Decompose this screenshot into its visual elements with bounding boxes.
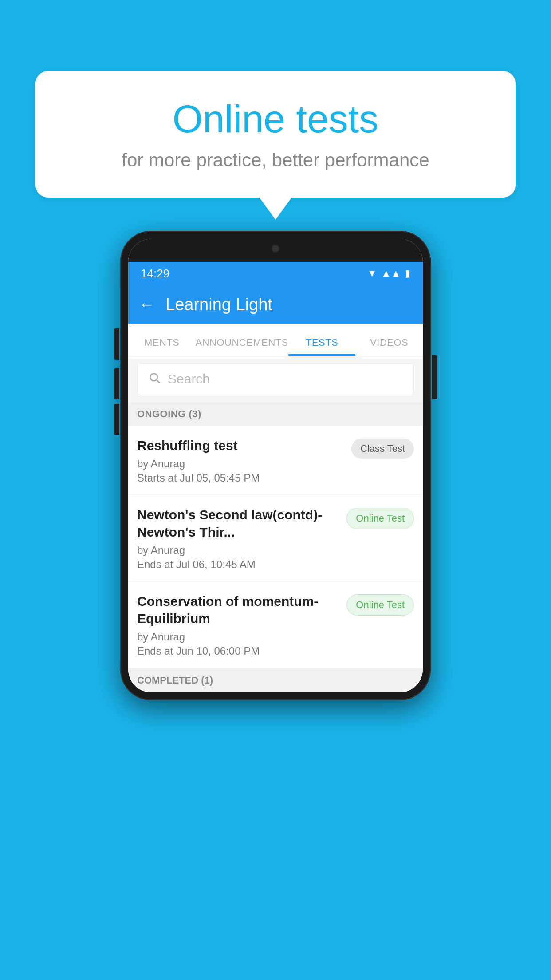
test-name-3: Conservation of momentum-Equilibrium — [137, 593, 339, 627]
tab-tests[interactable]: TESTS — [288, 337, 356, 356]
battery-icon: ▮ — [405, 268, 410, 279]
completed-header: COMPLETED (1) — [128, 668, 423, 692]
test-info-3: Conservation of momentum-Equilibrium by … — [137, 593, 346, 657]
back-button[interactable]: ← — [139, 295, 155, 314]
app-title: Learning Light — [165, 295, 272, 314]
badge-class-test-1: Class Test — [351, 439, 414, 459]
status-bar: 14:29 ▼ ▲▲ ▮ — [128, 262, 423, 285]
test-info-1: Reshuffling test by Anurag Starts at Jul… — [137, 437, 351, 484]
speech-bubble-section: Online tests for more practice, better p… — [35, 71, 516, 198]
search-placeholder: Search — [168, 371, 210, 387]
test-time-2: Ends at Jul 06, 10:45 AM — [137, 558, 339, 571]
search-box[interactable]: Search — [137, 363, 414, 395]
search-container: Search — [128, 356, 423, 402]
phone-notch — [128, 239, 423, 262]
test-item-1[interactable]: Reshuffling test by Anurag Starts at Jul… — [128, 426, 423, 495]
test-info-2: Newton's Second law(contd)-Newton's Thir… — [137, 506, 346, 571]
camera-dot — [272, 245, 279, 253]
tabs-bar: MENTS ANNOUNCEMENTS TESTS VIDEOS — [128, 324, 423, 356]
badge-online-test-2: Online Test — [346, 508, 414, 529]
test-item-3[interactable]: Conservation of momentum-Equilibrium by … — [128, 582, 423, 668]
tab-ments[interactable]: MENTS — [128, 337, 196, 356]
test-name-2: Newton's Second law(contd)-Newton's Thir… — [137, 506, 339, 541]
test-by-3: by Anurag — [137, 631, 339, 643]
app-bar: ← Learning Light — [128, 285, 423, 324]
ongoing-header: ONGOING (3) — [128, 402, 423, 426]
status-time: 14:29 — [141, 267, 169, 281]
tab-announcements[interactable]: ANNOUNCEMENTS — [196, 337, 288, 356]
wifi-icon: ▼ — [367, 268, 377, 279]
test-name-1: Reshuffling test — [137, 437, 344, 454]
test-by-2: by Anurag — [137, 544, 339, 557]
badge-online-test-3: Online Test — [346, 594, 414, 616]
search-icon — [148, 371, 161, 387]
notch-cutout — [236, 239, 315, 258]
bubble-title: Online tests — [71, 98, 480, 141]
tab-videos[interactable]: VIDEOS — [355, 337, 423, 356]
phone-device: 14:29 ▼ ▲▲ ▮ ← Learning Light MENTS ANNO… — [120, 231, 431, 700]
bubble-subtitle: for more practice, better performance — [71, 150, 480, 171]
speech-bubble: Online tests for more practice, better p… — [35, 71, 516, 198]
signal-icon: ▲▲ — [381, 268, 401, 279]
test-time-1: Starts at Jul 05, 05:45 PM — [137, 472, 344, 484]
status-icons: ▼ ▲▲ ▮ — [367, 268, 410, 279]
test-by-1: by Anurag — [137, 458, 344, 470]
test-list-ongoing: Reshuffling test by Anurag Starts at Jul… — [128, 426, 423, 668]
svg-line-1 — [157, 380, 159, 383]
test-time-3: Ends at Jun 10, 06:00 PM — [137, 645, 339, 657]
phone-screen: 14:29 ▼ ▲▲ ▮ ← Learning Light MENTS ANNO… — [128, 239, 423, 692]
phone-frame: 14:29 ▼ ▲▲ ▮ ← Learning Light MENTS ANNO… — [120, 231, 431, 700]
test-item-2[interactable]: Newton's Second law(contd)-Newton's Thir… — [128, 495, 423, 582]
